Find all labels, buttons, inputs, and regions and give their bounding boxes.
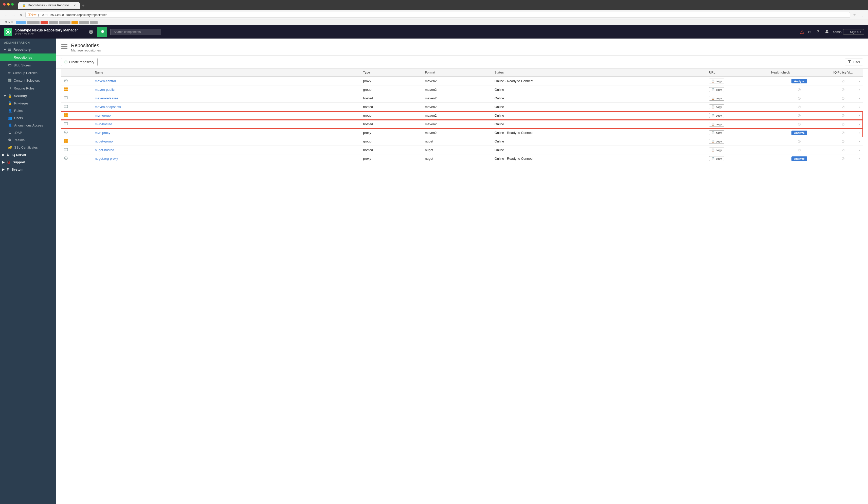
refresh-icon-btn[interactable]: ⟳ [806,29,813,35]
row-name[interactable]: nuget.org-proxy [92,154,360,163]
row-health-check[interactable]: ⊘ [768,120,830,128]
row-url[interactable]: 📋copy [706,146,768,154]
row-detail-arrow[interactable]: › [856,146,863,154]
analyze-btn[interactable]: Analyze [792,156,807,161]
row-detail-arrow[interactable]: › [856,76,863,85]
row-name[interactable]: maven-public [92,85,360,94]
repository-group-header[interactable]: ▾ Repository [0,45,56,53]
row-name[interactable]: nuget-group [92,137,360,146]
bookmark-btn[interactable]: ☆ [852,12,857,18]
col-status-header[interactable]: Status [492,69,706,76]
row-detail-arrow[interactable]: › [856,137,863,146]
search-input[interactable] [110,29,161,35]
table-row[interactable]: nuget-hostedhostednugetOnline📋copy⊘⊘› [61,146,863,154]
row-health-check[interactable]: Analyze [768,76,830,85]
row-detail-arrow[interactable]: › [856,94,863,103]
sidebar-item-roles[interactable]: 👤 Roles [0,107,56,114]
row-url[interactable]: 📋copy [706,85,768,94]
signout-btn[interactable]: → Sign out [843,29,864,35]
table-row[interactable]: nuget.org-proxyproxynugetOnline - Ready … [61,154,863,163]
row-health-check[interactable]: ⊘ [768,146,830,154]
row-health-check[interactable]: ⊘ [768,94,830,103]
sidebar-item-content-selectors[interactable]: Content Selectors [0,76,56,84]
row-detail-arrow[interactable]: › [856,85,863,94]
table-row[interactable]: maven-centralproxymaven2Online - Ready t… [61,76,863,85]
copy-url-btn[interactable]: 📋copy [709,113,724,118]
sidebar-item-ssl-certs[interactable]: 🔐 SSL Certificates [0,144,56,151]
address-bar[interactable]: 不安全 | 10.211.55.74:8081/#admin/repositor… [25,12,850,18]
copy-url-btn[interactable]: 📋copy [709,147,724,152]
copy-url-btn[interactable]: 📋copy [709,122,724,126]
copy-url-btn[interactable]: 📋copy [709,79,724,83]
copy-url-btn[interactable]: 📋copy [709,87,724,92]
sidebar-item-iq-server[interactable]: ▶ ⚙ IQ Server [0,151,56,158]
row-url[interactable]: 📋copy [706,154,768,163]
row-url[interactable]: 📋copy [706,137,768,146]
filter-box[interactable]: Filter [845,59,863,65]
copy-url-btn[interactable]: 📋copy [709,156,724,161]
row-url[interactable]: 📋copy [706,111,768,120]
sidebar-item-blob-stores[interactable]: Blob Stores [0,61,56,69]
forward-btn[interactable]: → [11,12,16,18]
sidebar-item-realms[interactable]: 🏛 Realms [0,136,56,144]
window-maximize-btn[interactable] [11,3,14,6]
col-type-header[interactable]: Type [360,69,422,76]
row-health-check[interactable]: ⊘ [768,85,830,94]
bookmark-1[interactable] [16,21,26,24]
sidebar-item-privileges[interactable]: 🏅 Privileges [0,100,56,107]
table-row[interactable]: mvn-proxyproxymaven2Online - Ready to Co… [61,128,863,137]
sidebar-item-system[interactable]: ▶ ⚙ System [0,166,56,173]
row-detail-arrow[interactable]: › [856,103,863,111]
row-name[interactable]: nuget-hosted [92,146,360,154]
table-row[interactable]: maven-publicgroupmaven2Online📋copy⊘⊘› [61,85,863,94]
copy-url-btn[interactable]: 📋copy [709,130,724,135]
sidebar-item-repositories[interactable]: Repositories [0,53,56,61]
row-url[interactable]: 📋copy [706,76,768,85]
new-tab-btn[interactable]: + [80,3,87,9]
col-url-header[interactable]: URL [706,69,768,76]
bookmark-3[interactable] [41,21,48,24]
sidebar-item-routing-rules[interactable]: Routing Rules [0,84,56,92]
bookmark-2[interactable] [27,21,40,24]
row-detail-arrow[interactable]: › [856,128,863,137]
settings-btn[interactable]: ⋮ [859,12,865,18]
window-minimize-btn[interactable] [7,3,10,6]
sidebar-item-anonymous-access[interactable]: 👤 Anonymous Access [0,122,56,129]
row-health-check[interactable]: Analyze [768,154,830,163]
row-health-check[interactable]: Analyze [768,128,830,137]
refresh-btn[interactable]: ↻ [18,12,23,18]
row-name[interactable]: mvn-proxy [92,128,360,137]
row-name[interactable]: maven-central [92,76,360,85]
row-url[interactable]: 📋copy [706,94,768,103]
row-detail-arrow[interactable]: › [856,120,863,128]
row-url[interactable]: 📋copy [706,128,768,137]
bookmark-6[interactable] [72,21,78,24]
row-url[interactable]: 📋copy [706,103,768,111]
sidebar-item-users[interactable]: 👥 Users [0,114,56,122]
table-row[interactable]: mvn-groupgroupmaven2Online📋copy⊘⊘› [61,111,863,120]
sidebar-item-cleanup-policies[interactable]: ✏ Cleanup Policies [0,69,56,76]
settings-nav-btn[interactable] [97,27,107,37]
copy-url-btn[interactable]: 📋copy [709,96,724,101]
bookmark-apps[interactable]: ⊞ 应用 [3,20,15,24]
bookmark-5[interactable] [59,21,71,24]
row-name[interactable]: mvn-hosted [92,120,360,128]
bookmark-4[interactable] [49,21,58,24]
window-close-btn[interactable] [3,3,6,6]
browser-tab-active[interactable]: 🔒 Repositories - Nexus Reposito... ✕ [18,2,80,9]
back-btn[interactable]: ← [3,12,9,18]
create-repository-btn[interactable]: ⊕ Create repository [61,58,97,66]
table-row[interactable]: maven-snapshotshostedmaven2Online📋copy⊘⊘… [61,103,863,111]
copy-url-btn[interactable]: 📋copy [709,104,724,109]
bookmark-7[interactable] [79,21,89,24]
col-iq-header[interactable]: IQ Policy Vi... [830,69,856,76]
row-name[interactable]: maven-snapshots [92,103,360,111]
row-name[interactable]: mvn-group [92,111,360,120]
sidebar-item-support[interactable]: ▶ 🐞 Support [0,158,56,166]
tab-close-btn[interactable]: ✕ [73,4,76,7]
row-detail-arrow[interactable]: › [856,154,863,163]
table-row[interactable]: mvn-hostedhostedmaven2Online📋copy⊘⊘› [61,120,863,128]
row-url[interactable]: 📋copy [706,120,768,128]
row-health-check[interactable]: ⊘ [768,137,830,146]
row-health-check[interactable]: ⊘ [768,111,830,120]
